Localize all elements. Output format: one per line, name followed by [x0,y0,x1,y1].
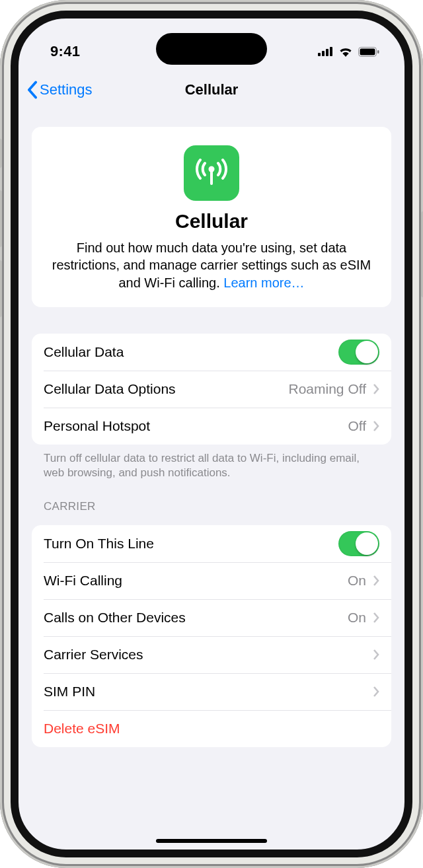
hero-card: Cellular Find out how much data you're u… [32,127,391,307]
carrier-services-row[interactable]: Carrier Services [32,636,391,673]
content-scroll[interactable]: Cellular Find out how much data you're u… [19,110,404,850]
wifi-calling-label: Wi-Fi Calling [44,573,122,589]
dynamic-island [156,33,267,65]
silence-switch [0,139,2,168]
chevron-left-icon [26,81,38,99]
cellular-data-options-row[interactable]: Cellular Data Options Roaming Off [32,371,391,408]
carrier-services-label: Carrier Services [44,647,143,663]
status-icons [318,46,379,57]
carrier-group: Turn On This Line Wi-Fi Calling On Calls… [32,525,391,747]
antenna-icon [193,155,230,192]
home-indicator[interactable] [156,839,267,843]
phone-screen: 9:41 Settings Cellular [11,11,412,857]
cellular-data-options-label: Cellular Data Options [44,381,176,397]
cellular-data-options-value: Roaming Off [289,381,367,397]
learn-more-link[interactable]: Learn more… [223,275,304,290]
personal-hotspot-row[interactable]: Personal Hotspot Off [32,408,391,445]
turn-on-line-label: Turn On This Line [44,536,154,552]
calls-other-devices-row[interactable]: Calls on Other Devices On [32,599,391,636]
nav-bar: Settings Cellular [19,70,404,110]
chevron-right-icon [373,649,379,661]
back-button[interactable]: Settings [26,81,93,99]
cellular-data-toggle[interactable] [338,340,379,365]
cellular-data-row: Cellular Data [32,334,391,371]
delete-esim-row[interactable]: Delete eSIM [32,710,391,747]
calls-other-devices-label: Calls on Other Devices [44,610,186,626]
volume-down-button [0,260,2,317]
phone-frame: 9:41 Settings Cellular [0,0,423,868]
cellular-hero-icon [184,145,239,201]
cellular-data-group: Cellular Data Cellular Data Options Roam… [32,334,391,445]
battery-icon [358,47,379,57]
personal-hotspot-label: Personal Hotspot [44,418,150,434]
chevron-right-icon [373,383,379,395]
volume-up-button [0,190,2,247]
svg-rect-3 [330,47,332,56]
svg-rect-2 [326,49,328,56]
sim-pin-label: SIM PIN [44,684,95,700]
wifi-icon [338,46,353,57]
chevron-right-icon [373,612,379,624]
chevron-right-icon [373,575,379,587]
svg-rect-8 [210,170,213,185]
turn-on-line-row: Turn On This Line [32,525,391,562]
delete-esim-label: Delete eSIM [44,721,120,737]
turn-on-line-toggle[interactable] [338,531,379,556]
personal-hotspot-value: Off [348,418,366,434]
wifi-calling-value: On [348,573,366,589]
svg-rect-6 [377,50,379,54]
chevron-right-icon [373,686,379,698]
cellular-data-footer: Turn off cellular data to restrict all d… [32,445,391,480]
carrier-section-header: CARRIER [32,480,391,519]
chevron-right-icon [373,420,379,432]
svg-rect-1 [322,51,325,56]
page-title: Cellular [185,81,239,98]
hero-description: Find out how much data you're using, set… [46,239,377,291]
status-time: 9:41 [50,43,80,60]
svg-rect-5 [360,48,375,55]
svg-rect-0 [318,53,321,56]
hero-description-text: Find out how much data you're using, set… [52,240,371,290]
sim-pin-row[interactable]: SIM PIN [32,673,391,710]
back-label: Settings [40,81,93,98]
calls-other-devices-value: On [348,610,366,626]
cellular-data-label: Cellular Data [44,344,124,360]
wifi-calling-row[interactable]: Wi-Fi Calling On [32,562,391,599]
hero-title: Cellular [46,210,377,233]
cellular-signal-icon [318,47,333,56]
